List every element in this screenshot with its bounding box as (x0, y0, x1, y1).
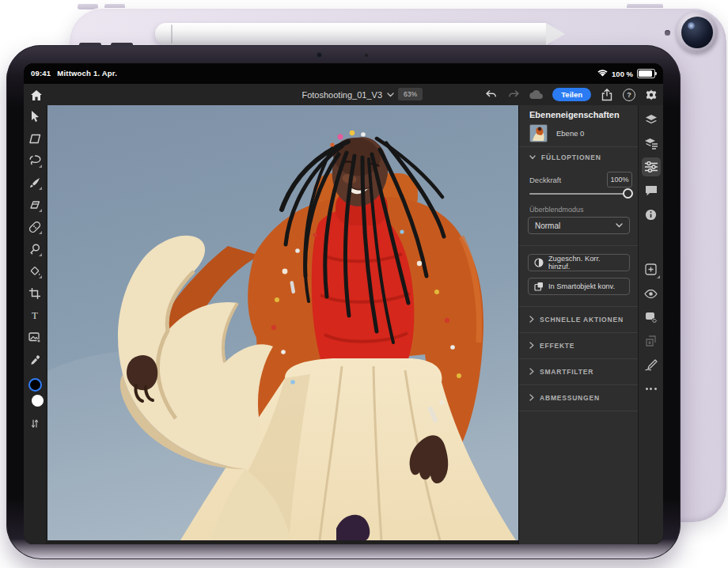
lasso-select-tool-icon[interactable] (28, 153, 42, 168)
opacity-value[interactable]: 100% (607, 172, 632, 187)
swap-colors-icon[interactable] (28, 416, 42, 430)
foreground-color-chip[interactable] (28, 378, 42, 392)
share-button[interactable]: Teilen (552, 88, 591, 101)
photoshop-app-screen: 09:41Mittwoch 1. Apr. 100 % Fotoshooting… (24, 63, 663, 544)
settings-gear-icon[interactable] (644, 88, 658, 102)
export-to-icon[interactable] (642, 331, 661, 350)
front-sensor (365, 54, 368, 57)
opacity-slider-track[interactable] (529, 193, 628, 195)
layer-name: Ebene 0 (556, 129, 584, 138)
layer-properties-icon[interactable] (642, 157, 661, 176)
front-volume-buttons (79, 43, 101, 47)
apple-pencil-seam (171, 25, 173, 44)
adjustment-layers-icon[interactable] (642, 134, 661, 153)
status-bar: 09:41Mittwoch 1. Apr. 100 % (24, 63, 663, 84)
rear-microphone (665, 30, 670, 36)
layer-properties-panel: Ebeneneigenschaften Ebene 0 FÜLLOPTIONEN… (518, 105, 638, 544)
app-toolbar: Fotoshooting_01_V3 63% Teilen ? (24, 84, 663, 106)
undo-icon[interactable] (483, 88, 498, 102)
export-share-icon[interactable] (600, 88, 614, 102)
apple-pencil-tip (546, 23, 565, 45)
wifi-icon (597, 70, 608, 78)
place-image-tool-icon[interactable] (28, 331, 42, 345)
cloud-sync-icon[interactable] (529, 88, 544, 102)
layer-thumbnail (529, 124, 548, 142)
add-layer-icon[interactable] (642, 260, 661, 279)
status-date: Mittwoch 1. Apr. (57, 69, 117, 78)
transform-tool-icon[interactable] (28, 131, 42, 146)
section-dimensions[interactable]: ABMESSUNGEN (519, 384, 639, 411)
eraser-tool-icon[interactable] (28, 198, 42, 212)
help-icon[interactable]: ? (623, 89, 635, 101)
type-tool-icon[interactable]: T (28, 309, 42, 323)
blend-mode-label: Überblendmodus (529, 206, 584, 214)
visibility-eye-icon[interactable] (642, 284, 661, 303)
add-clipped-adjustment-button[interactable]: Zugeschn. Korr. hinzuf. (528, 254, 630, 271)
front-camera (317, 52, 322, 58)
battery-icon (637, 69, 655, 78)
fill-options-section-header[interactable]: FÜLLOPTIONEN (529, 153, 601, 161)
panel-title: Ebeneneigenschaften (529, 110, 620, 119)
more-options-icon[interactable] (642, 379, 661, 398)
healing-brush-tool-icon[interactable] (28, 220, 42, 234)
layer-row[interactable]: Ebene 0 (529, 124, 584, 142)
marketing-stage: 09:41Mittwoch 1. Apr. 100 % Fotoshooting… (0, 0, 728, 568)
zoom-level-badge[interactable]: 63% (398, 88, 423, 100)
opacity-label: Deckkraft (529, 176, 561, 184)
battery-percent-text: 100 % (612, 70, 633, 78)
blend-mode-dropdown[interactable]: Normal (528, 217, 630, 234)
clone-stamp-tool-icon[interactable] (28, 242, 42, 256)
front-volume-buttons-2 (111, 43, 133, 47)
canvas-area[interactable] (46, 105, 518, 544)
convert-smart-object-button[interactable]: In Smartobjekt konv. (528, 278, 630, 295)
redo-icon[interactable] (506, 88, 521, 102)
layer-preview-icon[interactable] (642, 308, 661, 327)
rear-camera-glint (688, 22, 695, 29)
panel-icon-rail (638, 105, 663, 544)
apple-pencil (155, 23, 548, 45)
document-title-menu[interactable]: Fotoshooting_01_V3 (24, 84, 394, 105)
background-color-chip[interactable] (32, 395, 44, 407)
info-icon[interactable] (642, 205, 661, 224)
clean-tools-icon[interactable] (642, 355, 661, 374)
brush-tool-icon[interactable] (28, 176, 42, 190)
eyedropper-tool-icon[interactable] (28, 353, 42, 367)
document-title: Fotoshooting_01_V3 (301, 90, 382, 100)
crop-tool-icon[interactable] (28, 286, 42, 301)
section-smart-filters[interactable]: SMARTFILTER (519, 358, 639, 384)
status-time: 09:41 (31, 69, 51, 78)
fill-tool-icon[interactable] (28, 264, 42, 278)
section-effects[interactable]: EFFEKTE (519, 332, 639, 358)
blend-mode-value: Normal (535, 222, 560, 230)
tool-rail: T (24, 105, 46, 544)
move-tool-icon[interactable] (28, 109, 42, 123)
layers-icon[interactable] (642, 110, 661, 129)
section-quick-actions[interactable]: SCHNELLE AKTIONEN (519, 306, 639, 332)
status-time-date: 09:41Mittwoch 1. Apr. (31, 69, 117, 78)
workspace: T (24, 105, 663, 544)
comments-icon[interactable] (642, 181, 661, 200)
opacity-slider-knob[interactable] (623, 188, 633, 199)
rear-camera-lens (681, 17, 713, 48)
canvas-photo[interactable] (47, 105, 518, 540)
